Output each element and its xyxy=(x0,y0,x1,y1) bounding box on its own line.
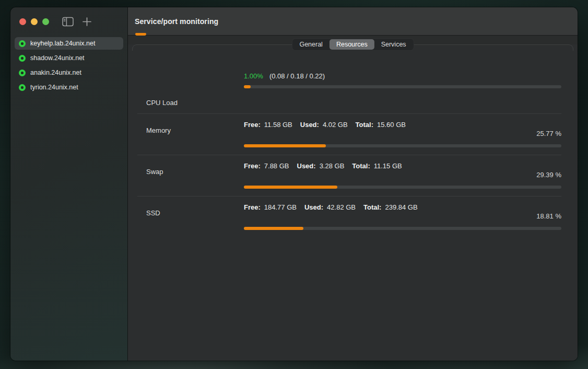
ssd-value-line: Free:184.77 GB Used:42.82 GB Total:239.8… xyxy=(244,203,561,212)
toggle-sidebar-button[interactable] xyxy=(61,15,75,28)
free-label: Free: xyxy=(244,120,261,129)
swap-value-line: Free:7.88 GB Used:3.28 GB Total:11.15 GB xyxy=(244,162,561,170)
swap-progress-bar xyxy=(244,186,561,189)
total-label: Total: xyxy=(356,120,373,129)
resource-row-memory: Memory Free:11.58 GB Used:4.02 GB Total:… xyxy=(137,113,561,155)
memory-total-value: 15.60 GB xyxy=(377,120,406,129)
resource-row-ssd: SSD Free:184.77 GB Used:42.82 GB Total:2… xyxy=(137,196,561,237)
minimize-button[interactable] xyxy=(31,18,38,25)
sidebar-item-keyhelp[interactable]: keyhelp.lab.24unix.net xyxy=(15,37,123,50)
server-name: shadow.24unix.net xyxy=(30,54,85,62)
app-window: keyhelp.lab.24unix.net shadow.24unix.net… xyxy=(10,7,578,361)
resource-rows: CPU Load 1.00% (0.08 / 0.18 / 0.22) xyxy=(128,44,578,237)
close-button[interactable] xyxy=(19,18,26,25)
used-label: Used: xyxy=(300,120,319,129)
status-online-icon xyxy=(19,55,26,62)
window-controls xyxy=(19,18,49,25)
scrolled-progress-peek xyxy=(135,33,146,36)
sidebar: keyhelp.lab.24unix.net shadow.24unix.net… xyxy=(10,7,128,361)
desktop-background: keyhelp.lab.24unix.net shadow.24unix.net… xyxy=(0,0,588,369)
memory-progress-bar xyxy=(244,144,561,147)
swap-used-value: 3.28 GB xyxy=(320,162,345,170)
sidebar-item-tyrion[interactable]: tyrion.24unix.net xyxy=(15,81,123,94)
plus-icon xyxy=(82,17,92,27)
row-label-cpu: CPU Load xyxy=(146,72,244,107)
monitor-body: General Resources Services CPU Load 1.00… xyxy=(128,36,578,361)
row-label-swap: Swap xyxy=(146,162,244,189)
row-label-memory: Memory xyxy=(146,120,244,147)
status-online-icon xyxy=(19,40,26,47)
add-server-button[interactable] xyxy=(80,15,93,28)
used-label: Used: xyxy=(297,162,316,170)
page-title: Service/port monitoring xyxy=(135,17,218,26)
resource-row-cpu: CPU Load 1.00% (0.08 / 0.18 / 0.22) xyxy=(137,44,561,113)
total-label: Total: xyxy=(352,162,370,170)
zoom-button[interactable] xyxy=(42,18,49,25)
ssd-free-value: 184.77 GB xyxy=(264,203,297,212)
used-label: Used: xyxy=(304,203,323,212)
sidebar-item-anakin[interactable]: anakin.24unix.net xyxy=(15,66,123,79)
total-label: Total: xyxy=(363,203,381,212)
cpu-progress-bar xyxy=(244,85,561,88)
server-name: tyrion.24unix.net xyxy=(30,84,78,91)
memory-percent: 25.77 % xyxy=(244,129,561,138)
tab-services[interactable]: Services xyxy=(374,39,413,50)
swap-progress-fill xyxy=(244,186,337,189)
free-label: Free: xyxy=(244,162,261,170)
tab-resources[interactable]: Resources xyxy=(330,39,374,50)
swap-percent: 29.39 % xyxy=(244,170,561,179)
status-online-icon xyxy=(19,70,26,76)
sidebar-toggle-icon xyxy=(62,17,74,27)
cpu-load-averages: (0.08 / 0.18 / 0.22) xyxy=(269,72,325,80)
server-list: keyhelp.lab.24unix.net shadow.24unix.net… xyxy=(10,36,127,95)
status-online-icon xyxy=(19,84,26,91)
ssd-total-value: 239.84 GB xyxy=(385,203,417,212)
ssd-progress-bar xyxy=(244,227,561,230)
free-label: Free: xyxy=(244,203,261,212)
memory-used-value: 4.02 GB xyxy=(323,120,348,129)
cpu-progress-fill xyxy=(244,85,251,88)
server-name: anakin.24unix.net xyxy=(30,69,81,76)
server-name: keyhelp.lab.24unix.net xyxy=(30,40,95,47)
swap-total-value: 11.15 GB xyxy=(374,162,402,170)
ssd-percent: 18.81 % xyxy=(244,212,561,221)
memory-progress-fill xyxy=(244,144,326,147)
tab-bar: General Resources Services xyxy=(291,38,414,51)
cpu-load-percent: 1.00% xyxy=(244,72,263,80)
tab-general[interactable]: General xyxy=(292,39,329,50)
swap-free-value: 7.88 GB xyxy=(264,162,289,170)
window-titlebar: Service/port monitoring xyxy=(128,7,578,36)
ssd-progress-fill xyxy=(244,227,303,230)
resource-row-swap: Swap Free:7.88 GB Used:3.28 GB Total:11.… xyxy=(137,155,561,196)
titlebar-left xyxy=(10,7,127,36)
ssd-used-value: 42.82 GB xyxy=(327,203,356,212)
main-panel: Service/port monitoring General Resource… xyxy=(128,7,578,361)
memory-free-value: 11.58 GB xyxy=(264,120,292,129)
cpu-value-line: 1.00% (0.08 / 0.18 / 0.22) xyxy=(244,72,561,80)
sidebar-item-shadow[interactable]: shadow.24unix.net xyxy=(15,52,123,64)
memory-value-line: Free:11.58 GB Used:4.02 GB Total:15.60 G… xyxy=(244,120,561,129)
row-label-ssd: SSD xyxy=(146,203,244,230)
